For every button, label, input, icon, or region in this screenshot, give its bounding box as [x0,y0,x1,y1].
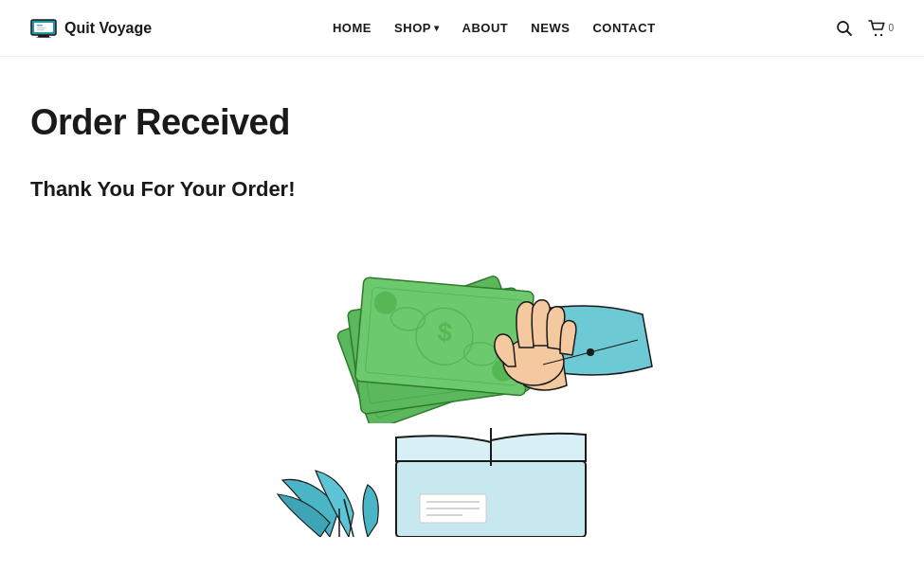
svg-rect-5 [37,27,46,28]
header-icons: 0 [836,20,894,37]
svg-text:$: $ [436,317,454,348]
illustrations: $ $ $ [30,224,894,537]
thank-you-heading: Thank You For Your Order! [30,177,894,202]
nav-about[interactable]: ABOUT [462,21,509,35]
svg-rect-2 [38,35,49,38]
cart-icon [868,20,887,37]
nav-shop[interactable]: SHOP [394,21,439,35]
svg-rect-3 [36,37,51,38]
money-illustration: $ $ $ [245,234,680,423]
svg-line-8 [847,30,852,35]
box-illustration [273,414,652,537]
svg-point-37 [587,348,594,356]
svg-point-10 [880,33,882,35]
cart-count: 0 [888,23,894,33]
svg-rect-4 [37,25,43,27]
cart-button[interactable]: 0 [868,20,894,37]
nav-home[interactable]: HOME [333,21,371,35]
search-button[interactable] [836,20,853,37]
main-nav: HOME SHOP ABOUT NEWS CONTACT [333,21,656,35]
logo-icon [30,19,57,38]
logo[interactable]: Quit Voyage [30,19,152,38]
page-title: Order Received [30,102,894,143]
svg-point-9 [875,33,877,35]
search-icon [836,20,853,37]
nav-news[interactable]: NEWS [531,21,570,35]
main-content: Order Received Thank You For Your Order!… [0,57,924,537]
svg-rect-6 [37,29,45,30]
site-header: Quit Voyage HOME SHOP ABOUT NEWS CONTACT… [0,0,924,57]
logo-text: Quit Voyage [64,20,152,37]
nav-contact[interactable]: CONTACT [592,21,655,35]
